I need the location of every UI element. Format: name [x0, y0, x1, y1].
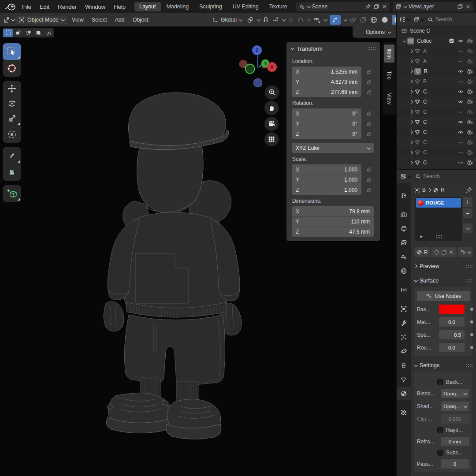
location-z-field[interactable]: Z277.69 mm	[292, 87, 361, 97]
rotation-x-field[interactable]: X0°	[292, 108, 361, 119]
pan-view-button[interactable]	[264, 101, 279, 115]
tab-particles[interactable]	[397, 331, 411, 344]
eye-open-icon[interactable]	[457, 68, 464, 74]
menu-add[interactable]: Add	[112, 15, 128, 24]
camera-view-button[interactable]	[264, 117, 279, 131]
collection-icon[interactable]	[408, 38, 414, 44]
select-mode-intersect[interactable]	[44, 29, 53, 37]
menu-render[interactable]: Render	[54, 2, 81, 11]
eye-closed-icon[interactable]	[457, 78, 464, 85]
xray-toggle-icon[interactable]	[360, 16, 367, 23]
breadcrumb-material[interactable]: R	[441, 187, 445, 193]
chevron-down-icon[interactable]	[406, 17, 410, 21]
tab-view-layer[interactable]	[397, 236, 411, 249]
remove-slot-button[interactable]: −	[463, 208, 472, 218]
lock-open-icon[interactable]	[366, 69, 372, 74]
mesh-object-icon[interactable]	[414, 149, 420, 156]
expand-chevron-icon[interactable]	[409, 79, 413, 83]
settings-section-header[interactable]: Settings	[414, 360, 472, 371]
menu-window[interactable]: Window	[81, 2, 109, 11]
sidebar-tab-tool[interactable]: Tool	[384, 67, 394, 85]
eye-open-icon[interactable]	[457, 38, 464, 44]
mesh-object-icon[interactable]	[415, 68, 421, 74]
tool-rotate[interactable]	[3, 96, 21, 111]
outliner-row-c[interactable]: C	[397, 107, 476, 117]
blender-logo-icon[interactable]	[4, 3, 16, 11]
tab-output[interactable]	[397, 222, 411, 235]
outliner-row-c[interactable]: C	[397, 137, 476, 147]
expand-chevron-icon[interactable]	[402, 39, 406, 42]
sidebar-tab-view[interactable]: View	[384, 89, 394, 108]
outliner-row-c[interactable]: C	[397, 97, 476, 107]
animate-dot-icon[interactable]	[470, 346, 473, 349]
mesh-object-icon[interactable]	[414, 129, 420, 135]
snap-magnet-icon[interactable]	[263, 17, 269, 23]
pin-icon[interactable]	[465, 186, 472, 193]
camera-icon[interactable]	[467, 48, 473, 54]
tab-tool[interactable]	[397, 189, 411, 202]
shading-solid-icon[interactable]	[381, 16, 389, 24]
tool-scale[interactable]	[3, 111, 21, 126]
tool-annotate[interactable]	[3, 147, 21, 164]
overlays-icon[interactable]	[350, 16, 357, 23]
material-icon[interactable]	[433, 187, 439, 193]
browse-material-button[interactable]: R	[414, 247, 430, 257]
scale-z-field[interactable]: Z1.000	[292, 185, 361, 195]
camera-icon[interactable]	[467, 68, 473, 74]
outliner-row-b[interactable]: B	[397, 66, 476, 76]
camera-icon[interactable]	[467, 160, 473, 166]
shading-material-icon[interactable]	[392, 15, 396, 25]
editor-type-icon[interactable]	[3, 16, 11, 24]
use-nodes-button[interactable]: Use Nodes	[417, 291, 470, 301]
outliner-row-a[interactable]: A	[397, 56, 476, 66]
camera-icon[interactable]	[467, 99, 473, 105]
tab-object-data[interactable]	[397, 373, 411, 386]
options-dropdown[interactable]: Options	[353, 26, 396, 38]
select-mode-extend[interactable]	[13, 29, 23, 37]
lock-open-icon[interactable]	[366, 79, 372, 85]
show-gizmo-icon[interactable]	[313, 16, 321, 24]
transform-orientation-dropdown[interactable]: Global	[210, 16, 244, 24]
outliner-row-c[interactable]: C	[397, 147, 476, 157]
select-mode-subtract[interactable]	[23, 29, 33, 37]
preview-section-header[interactable]: Preview	[414, 261, 472, 271]
outliner-row-c[interactable]: C	[397, 86, 476, 97]
tab-modeling[interactable]: Modeling	[162, 2, 194, 11]
falloff-curve-icon[interactable]	[297, 16, 304, 23]
location-y-field[interactable]: Y4.6273 mm	[292, 77, 361, 87]
camera-icon[interactable]	[467, 38, 473, 44]
outliner-row-c[interactable]: C	[397, 127, 476, 137]
expand-chevron-icon[interactable]	[409, 160, 413, 164]
drag-grip-icon[interactable]	[369, 47, 376, 51]
object-icon[interactable]	[414, 187, 420, 193]
properties-editor-icon[interactable]	[400, 173, 406, 179]
mesh-object-icon[interactable]	[414, 109, 420, 115]
select-mode-set[interactable]	[3, 29, 13, 37]
mesh-object-icon[interactable]	[414, 48, 420, 54]
tab-physics[interactable]	[397, 345, 411, 358]
shading-wireframe-icon[interactable]	[370, 16, 378, 24]
scale-y-field[interactable]: Y1.000	[292, 175, 361, 185]
chevron-down-icon[interactable]	[324, 18, 327, 21]
mode-dropdown[interactable]: Object Mode	[15, 16, 67, 24]
value-field[interactable]: 0.500	[441, 414, 469, 424]
camera-icon[interactable]	[467, 89, 473, 95]
tool-select-box[interactable]	[3, 43, 21, 60]
checkbox-icon[interactable]	[437, 450, 443, 456]
tool-measure[interactable]	[3, 164, 21, 181]
tab-scene[interactable]	[397, 250, 411, 264]
outliner-row-c[interactable]: C	[397, 117, 476, 127]
expand-chevron-icon[interactable]	[409, 69, 413, 73]
active-gizmo-toggle[interactable]	[330, 15, 341, 25]
lock-open-icon[interactable]	[366, 111, 372, 116]
proportional-editing-icon[interactable]	[288, 17, 294, 23]
properties-search[interactable]: Search	[415, 173, 472, 179]
tab-constraints[interactable]	[397, 359, 411, 372]
checkbox-icon[interactable]	[437, 427, 443, 433]
dimensions-y-field[interactable]: Y110 mm	[292, 216, 374, 227]
expand-icon[interactable]	[419, 234, 424, 239]
menu-object[interactable]: Object	[129, 15, 152, 24]
material-slot-list[interactable]: ROUGE	[415, 197, 462, 241]
rotation-mode-dropdown[interactable]: XYZ Euler	[292, 143, 374, 153]
scale-x-field[interactable]: X1.000	[292, 164, 361, 175]
